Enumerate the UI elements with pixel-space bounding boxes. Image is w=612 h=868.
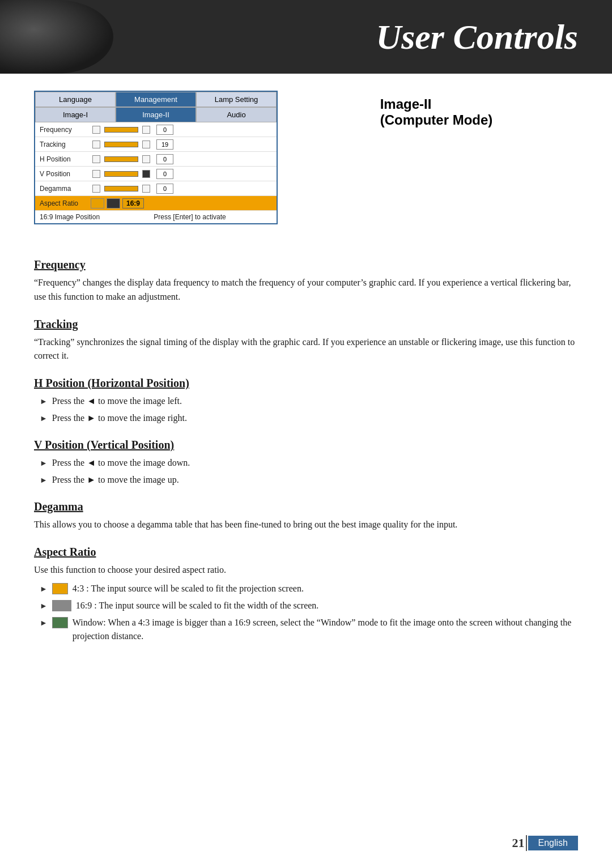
footer-language: English: [528, 836, 578, 850]
aspect-value: 16:9: [122, 198, 144, 209]
tab-language[interactable]: Language: [35, 92, 116, 107]
menu-label-frequency: Frequency: [40, 126, 91, 134]
menu-row-tracking: Tracking 19: [35, 137, 277, 152]
section-title-hposition: H Position (Horizontal Position): [34, 377, 578, 390]
checkbox-frequency-left[interactable]: [92, 126, 100, 134]
bullet-list-hposition: ► Press the ◄ to move the image left. ► …: [34, 394, 578, 425]
tab-image-ii[interactable]: Image-II: [116, 107, 196, 122]
bullet-hpos-left: ► Press the ◄ to move the image left.: [40, 394, 578, 408]
header-bg-decoration: [0, 0, 113, 74]
bottom-image-position: 16:9 Image Position: [40, 213, 108, 221]
section-intro-aspect-ratio: Use this function to choose your desired…: [34, 563, 578, 577]
bottom-enter-text: Press [Enter] to activate: [108, 213, 272, 221]
checkbox-degamma-left[interactable]: [92, 185, 100, 193]
value-frequency: 0: [156, 125, 173, 135]
menu-panel: Language Management Lamp Setting Image-I…: [34, 91, 278, 241]
icon-169: [52, 600, 71, 611]
tab-lamp-setting[interactable]: Lamp Setting: [196, 92, 277, 107]
aspect-icon-dark: [107, 198, 120, 209]
menu-row-vposition: V Position 0: [35, 167, 277, 181]
section-body-frequency: “Frequency” changes the display data fre…: [34, 276, 578, 304]
slider-degamma[interactable]: [104, 186, 138, 192]
menu-row-aspect-ratio: Aspect Ratio 16:9: [35, 196, 277, 211]
top-layout: Language Management Lamp Setting Image-I…: [34, 91, 578, 241]
section-frequency: Frequency “Frequency” changes the displa…: [34, 258, 578, 304]
footer-page-number: 21: [512, 836, 525, 850]
section-title-aspect-ratio: Aspect Ratio: [34, 546, 578, 559]
menu-controls-frequency: 0: [91, 125, 272, 135]
menu-controls-tracking: 19: [91, 139, 272, 150]
aspect-icons: [91, 198, 120, 209]
bullet-vpos-down-text: Press the ◄ to move the image down.: [52, 456, 190, 470]
bullet-arrow-icon: ►: [40, 474, 48, 486]
section-body-tracking: “Tracking” synchronizes the signal timin…: [34, 335, 578, 364]
image-mode-title-text: Image-II (Computer Mode): [380, 96, 493, 128]
section-title-degamma: Degamma: [34, 500, 578, 513]
section-title-frequency: Frequency: [34, 258, 578, 271]
image-mode-title: Image-II (Computer Mode): [380, 96, 493, 128]
tab-row-1: Language Management Lamp Setting: [35, 92, 277, 107]
bullet-aspect-window: ► Window: When a 4:3 image is bigger tha…: [40, 616, 578, 643]
checkbox-vpos-left[interactable]: [92, 170, 100, 178]
value-tracking: 19: [156, 139, 173, 150]
page-title-header: User Controls: [376, 17, 578, 57]
bullet-arrow-icon: ►: [40, 457, 48, 469]
header: User Controls: [0, 0, 612, 74]
footer: 21 English: [512, 835, 578, 851]
bullet-hpos-right: ► Press the ► to move the image right.: [40, 411, 578, 425]
bullet-arrow-icon: ►: [40, 583, 48, 595]
menu-row-hposition: H Position 0: [35, 152, 277, 167]
menu-row-frequency: Frequency 0: [35, 122, 277, 137]
value-degamma: 0: [156, 184, 173, 194]
slider-vposition[interactable]: [104, 171, 138, 177]
value-vposition: 0: [156, 169, 173, 179]
section-tracking: Tracking “Tracking” synchronizes the sig…: [34, 318, 578, 364]
tab-audio[interactable]: Audio: [196, 107, 277, 122]
menu-controls-vposition: 0: [91, 169, 272, 179]
bullet-aspect-window-text: Window: When a 4:3 image is bigger than …: [73, 616, 578, 643]
bullet-aspect-169-text: 16:9 : The input source will be scaled t…: [76, 599, 318, 612]
footer-divider: [526, 835, 527, 851]
bullet-vpos-up: ► Press the ► to move the image up.: [40, 473, 578, 487]
checkbox-hpos-left[interactable]: [92, 155, 100, 163]
menu-controls-aspect-ratio: 16:9: [91, 198, 272, 209]
section-body-degamma: This allows you to choose a degamma tabl…: [34, 518, 578, 532]
tab-management[interactable]: Management: [116, 92, 196, 107]
menu-label-hposition: H Position: [40, 155, 91, 163]
aspect-icon-43: [91, 198, 104, 209]
slider-frequency[interactable]: [104, 127, 138, 133]
bullet-list-vposition: ► Press the ◄ to move the image down. ► …: [34, 456, 578, 487]
checkbox-tracking-right[interactable]: [142, 141, 150, 148]
section-hposition: H Position (Horizontal Position) ► Press…: [34, 377, 578, 425]
icon-window: [52, 617, 68, 628]
bullet-vpos-up-text: Press the ► to move the image up.: [52, 473, 179, 487]
checkbox-frequency-right[interactable]: [142, 126, 150, 134]
menu-controls-degamma: 0: [91, 184, 272, 194]
section-aspect-ratio: Aspect Ratio Use this function to choose…: [34, 546, 578, 643]
slider-hposition[interactable]: [104, 156, 138, 162]
bullet-hpos-left-text: Press the ◄ to move the image left.: [52, 394, 182, 408]
icon-43: [52, 583, 68, 594]
bullet-hpos-right-text: Press the ► to move the image right.: [52, 411, 187, 425]
section-title-tracking: Tracking: [34, 318, 578, 331]
bullet-arrow-icon: ►: [40, 412, 48, 424]
checkbox-vpos-right[interactable]: [142, 170, 150, 178]
main-content: Language Management Lamp Setting Image-I…: [0, 74, 612, 691]
checkbox-hpos-right[interactable]: [142, 155, 150, 163]
image-mode-title-panel: Image-II (Computer Mode): [295, 91, 578, 241]
menu-table: Language Management Lamp Setting Image-I…: [34, 91, 278, 224]
bullet-vpos-down: ► Press the ◄ to move the image down.: [40, 456, 578, 470]
menu-label-tracking: Tracking: [40, 141, 91, 148]
bullet-arrow-icon: ►: [40, 617, 48, 629]
slider-tracking[interactable]: [104, 142, 138, 147]
bullet-arrow-icon: ►: [40, 395, 48, 407]
bullet-aspect-43-text: 4:3 : The input source will be scaled to…: [73, 582, 304, 595]
tab-image-i[interactable]: Image-I: [35, 107, 116, 122]
value-hposition: 0: [156, 154, 173, 164]
section-title-vposition: V Position (Vertical Position): [34, 439, 578, 452]
checkbox-degamma-right[interactable]: [142, 185, 150, 193]
menu-label-vposition: V Position: [40, 170, 91, 178]
section-vposition: V Position (Vertical Position) ► Press t…: [34, 439, 578, 487]
menu-row-degamma: Degamma 0: [35, 181, 277, 196]
checkbox-tracking-left[interactable]: [92, 141, 100, 148]
